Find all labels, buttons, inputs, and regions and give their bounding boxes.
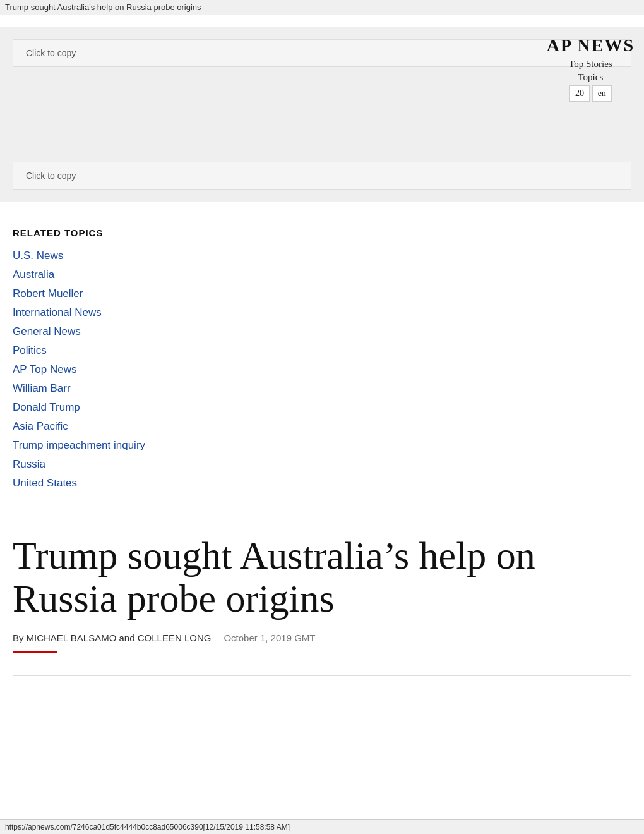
second-copy-wrapper: Click to copy <box>0 155 644 202</box>
topic-united-states[interactable]: United States <box>13 477 631 490</box>
topic-general-news[interactable]: General News <box>13 325 631 338</box>
nav-count-dropdown[interactable]: 20 <box>569 85 590 102</box>
nav-top-stories[interactable]: Top Stories <box>547 57 635 71</box>
separator-line <box>13 675 631 676</box>
byline-prefix: By <box>13 632 24 643</box>
topic-ap-top-news[interactable]: AP Top News <box>13 363 631 376</box>
browser-title-bar: Trump sought Australia's help on Russia … <box>0 0 644 15</box>
nav-language-dropdown[interactable]: en <box>592 85 612 102</box>
ap-news-nav: Top Stories Topics 20 en <box>547 57 635 103</box>
main-wrapper: AP NEWS Top Stories Topics 20 en Click t… <box>0 14 644 676</box>
page-title-text: Trump sought Australia's help on Russia … <box>5 3 201 12</box>
topic-russia[interactable]: Russia <box>13 458 631 471</box>
article-headline: Trump sought Australia’s help on Russia … <box>13 534 631 620</box>
topic-australia[interactable]: Australia <box>13 269 631 281</box>
article-section: Trump sought Australia’s help on Russia … <box>0 515 644 675</box>
topic-us-news[interactable]: U.S. News <box>13 250 631 262</box>
related-topics-section: RELATED TOPICS U.S. News Australia Rober… <box>0 215 644 515</box>
status-url: https://apnews.com/7246ca01d5fc4444b0cc8… <box>5 823 290 831</box>
ap-news-brand: AP NEWS <box>547 33 635 57</box>
first-copy-box[interactable]: Click to copy <box>13 39 631 67</box>
first-copy-label[interactable]: Click to copy <box>26 48 76 58</box>
topic-international-news[interactable]: International News <box>13 306 631 319</box>
topic-william-barr[interactable]: William Barr <box>13 382 631 395</box>
topic-trump-impeachment-inquiry[interactable]: Trump impeachment inquiry <box>13 439 631 452</box>
byline-row: By MICHAEL BALSAMO and COLLEEN LONG Octo… <box>13 632 631 643</box>
topic-robert-mueller[interactable]: Robert Mueller <box>13 287 631 300</box>
article-authors: MICHAEL BALSAMO and COLLEEN LONG <box>27 632 212 643</box>
topic-donald-trump[interactable]: Donald Trump <box>13 401 631 414</box>
second-copy-label[interactable]: Click to copy <box>26 171 76 181</box>
topic-asia-pacific[interactable]: Asia Pacific <box>13 420 631 433</box>
ap-news-header: AP NEWS Top Stories Topics 20 en <box>547 33 635 103</box>
related-topics-heading: RELATED TOPICS <box>13 227 631 238</box>
article-date: October 1, 2019 GMT <box>224 632 315 643</box>
nav-topics[interactable]: Topics <box>547 71 635 84</box>
second-copy-box[interactable]: Click to copy <box>13 162 631 190</box>
status-bar: https://apnews.com/7246ca01d5fc4444b0cc8… <box>0 819 644 834</box>
red-accent-bar <box>13 651 57 653</box>
topic-politics[interactable]: Politics <box>13 344 631 357</box>
